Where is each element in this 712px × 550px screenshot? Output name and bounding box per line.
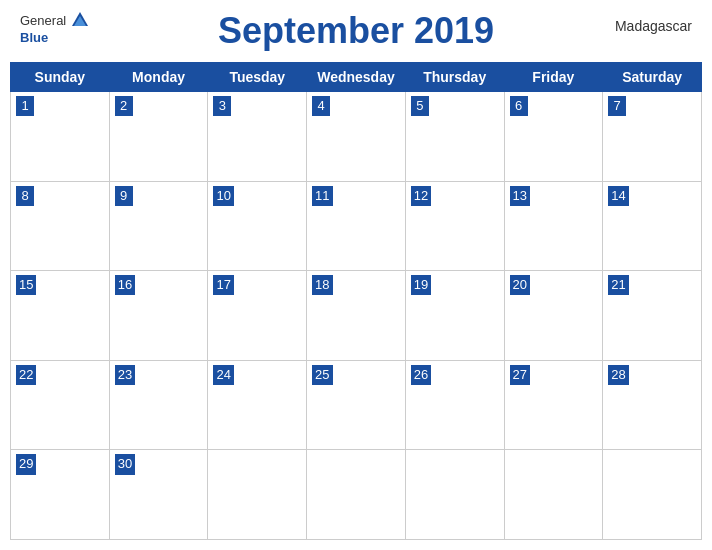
cell-w1-d7: 7	[603, 92, 702, 182]
cell-w4-d1: 22	[11, 360, 110, 450]
cell-w4-d4: 25	[307, 360, 406, 450]
header-friday: Friday	[504, 63, 603, 92]
date-4: 4	[312, 96, 330, 116]
date-14: 14	[608, 186, 628, 206]
date-27: 27	[510, 365, 530, 385]
date-15: 15	[16, 275, 36, 295]
cell-w1-d1: 1	[11, 92, 110, 182]
date-29: 29	[16, 454, 36, 474]
logo-blue-text: Blue	[20, 30, 48, 45]
cell-w1-d2: 2	[109, 92, 208, 182]
calendar-header: General Blue September 2019 Madagascar	[0, 0, 712, 62]
logo-general-text: General	[20, 13, 66, 28]
date-7: 7	[608, 96, 626, 116]
week-row-2: 891011121314	[11, 181, 702, 271]
country-label: Madagascar	[615, 18, 692, 34]
cell-w2-d1: 8	[11, 181, 110, 271]
cell-w3-d4: 18	[307, 271, 406, 361]
date-21: 21	[608, 275, 628, 295]
week-row-1: 1234567	[11, 92, 702, 182]
cell-w1-d3: 3	[208, 92, 307, 182]
date-13: 13	[510, 186, 530, 206]
date-17: 17	[213, 275, 233, 295]
week-row-4: 22232425262728	[11, 360, 702, 450]
date-16: 16	[115, 275, 135, 295]
cell-w4-d6: 27	[504, 360, 603, 450]
cell-w3-d2: 16	[109, 271, 208, 361]
calendar-table: Sunday Monday Tuesday Wednesday Thursday…	[10, 62, 702, 540]
cell-w3-d3: 17	[208, 271, 307, 361]
cell-w5-d2: 30	[109, 450, 208, 540]
cell-w3-d1: 15	[11, 271, 110, 361]
date-11: 11	[312, 186, 332, 206]
date-24: 24	[213, 365, 233, 385]
cell-w3-d5: 19	[405, 271, 504, 361]
cell-w1-d5: 5	[405, 92, 504, 182]
cell-w2-d3: 10	[208, 181, 307, 271]
date-10: 10	[213, 186, 233, 206]
header-tuesday: Tuesday	[208, 63, 307, 92]
date-26: 26	[411, 365, 431, 385]
header-saturday: Saturday	[603, 63, 702, 92]
header-monday: Monday	[109, 63, 208, 92]
header-thursday: Thursday	[405, 63, 504, 92]
cell-w5-d4	[307, 450, 406, 540]
date-8: 8	[16, 186, 34, 206]
date-20: 20	[510, 275, 530, 295]
cell-w1-d6: 6	[504, 92, 603, 182]
calendar-title: September 2019	[218, 10, 494, 52]
date-3: 3	[213, 96, 231, 116]
cell-w5-d7	[603, 450, 702, 540]
cell-w5-d1: 29	[11, 450, 110, 540]
header-wednesday: Wednesday	[307, 63, 406, 92]
date-30: 30	[115, 454, 135, 474]
date-22: 22	[16, 365, 36, 385]
cell-w3-d7: 21	[603, 271, 702, 361]
week-row-5: 2930	[11, 450, 702, 540]
cell-w2-d7: 14	[603, 181, 702, 271]
cell-w4-d5: 26	[405, 360, 504, 450]
cell-w2-d5: 12	[405, 181, 504, 271]
date-18: 18	[312, 275, 332, 295]
week-row-3: 15161718192021	[11, 271, 702, 361]
header-sunday: Sunday	[11, 63, 110, 92]
cell-w2-d4: 11	[307, 181, 406, 271]
cell-w3-d6: 20	[504, 271, 603, 361]
cell-w1-d4: 4	[307, 92, 406, 182]
cell-w5-d3	[208, 450, 307, 540]
cell-w2-d2: 9	[109, 181, 208, 271]
logo: General Blue	[20, 10, 90, 45]
calendar-wrapper: Sunday Monday Tuesday Wednesday Thursday…	[0, 62, 712, 550]
date-23: 23	[115, 365, 135, 385]
date-6: 6	[510, 96, 528, 116]
date-5: 5	[411, 96, 429, 116]
cell-w4-d3: 24	[208, 360, 307, 450]
date-2: 2	[115, 96, 133, 116]
date-12: 12	[411, 186, 431, 206]
cell-w4-d7: 28	[603, 360, 702, 450]
date-28: 28	[608, 365, 628, 385]
day-header-row: Sunday Monday Tuesday Wednesday Thursday…	[11, 63, 702, 92]
cell-w2-d6: 13	[504, 181, 603, 271]
cell-w5-d6	[504, 450, 603, 540]
date-9: 9	[115, 186, 133, 206]
logo-icon	[70, 10, 90, 30]
cell-w5-d5	[405, 450, 504, 540]
cell-w4-d2: 23	[109, 360, 208, 450]
date-1: 1	[16, 96, 34, 116]
date-25: 25	[312, 365, 332, 385]
date-19: 19	[411, 275, 431, 295]
